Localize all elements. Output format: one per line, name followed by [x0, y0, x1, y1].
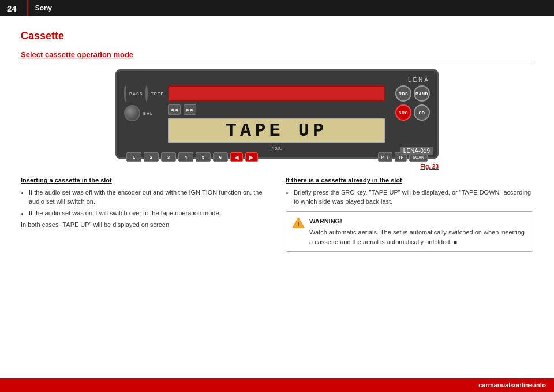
cassette-slot — [168, 85, 385, 102]
warning-text: Watch automatic aerials. The set is auto… — [309, 227, 527, 247]
left-col-item-2: If the audio set was on it will switch o… — [29, 208, 268, 218]
right-column: If there is a cassette already in the sl… — [286, 176, 533, 252]
treb-knob[interactable] — [145, 85, 148, 102]
preset-4[interactable]: 4 — [178, 152, 193, 162]
right-col-title: If there is a cassette already in the sl… — [286, 176, 533, 185]
page-number: 24 — [7, 3, 17, 13]
right-col-item-1: Briefly press the SRC key. "TAPE UP" wil… — [294, 188, 533, 207]
radio-brand: LENA — [124, 77, 430, 83]
transport-row: ◀◀ ▶▶ — [168, 104, 385, 115]
sub-title: Select cassette operation mode — [21, 50, 533, 61]
forward-button[interactable]: ▶▶ — [184, 104, 196, 115]
preset-3[interactable]: 3 — [161, 152, 176, 162]
fig-line: Fig. 23 — [115, 163, 439, 170]
knob-row-top: BASS TREB — [124, 85, 163, 102]
svg-text:!: ! — [297, 221, 299, 226]
bottom-bar: carmanualsonline.info — [0, 378, 554, 392]
next-arrow-button[interactable]: ▶ — [245, 152, 258, 162]
left-knobs: BASS TREB BAL — [124, 85, 163, 150]
left-col-list: If the audio set was off with the encode… — [21, 188, 268, 218]
band-button[interactable]: BAND — [414, 85, 430, 102]
lcd-text: TAPE UP — [226, 120, 327, 141]
warning-icon: ! — [292, 216, 305, 229]
bal-label: BAL — [143, 111, 153, 115]
bass-label: BASS — [129, 92, 143, 96]
left-col-item-1: If the audio set was off with the encode… — [29, 188, 268, 207]
radio-unit: LENA BASS TREB BAL — [115, 69, 439, 159]
pty-button[interactable]: PTY — [378, 152, 393, 162]
knob-row-bot: BAL — [124, 105, 163, 121]
right-bot-row: SRC CD — [395, 104, 430, 121]
left-col-footer: In both cases "TAPE UP" will be displaye… — [21, 220, 268, 230]
watermark-text: carmanualsonline.info — [478, 382, 546, 389]
prev-arrow-button[interactable]: ◀ — [230, 152, 243, 162]
bass-knob[interactable] — [124, 85, 126, 102]
section-label: Sony — [35, 4, 52, 12]
radio-image-wrapper: LENA BASS TREB BAL — [115, 69, 439, 159]
lcd-display: TAPE UP — [168, 118, 385, 143]
top-bar: 24 Sony — [0, 0, 554, 16]
section-title: Cassette — [21, 30, 533, 42]
preset-6[interactable]: 6 — [213, 152, 228, 162]
warning-content: WARNING! Watch automatic aerials. The se… — [309, 216, 527, 247]
center-display: ◀◀ ▶▶ TAPE UP PROG — [168, 85, 385, 150]
preset-row: 1 2 3 4 5 6 ◀ ▶ PTY TP SCAN — [124, 152, 430, 162]
cd-button[interactable]: CD — [414, 104, 430, 121]
left-column: Inserting a cassette in the slot If the … — [21, 176, 268, 252]
radio-middle: BASS TREB BAL ◀◀ ▶▶ — [124, 85, 430, 150]
right-col-list: Briefly press the SRC key. "TAPE UP" wil… — [286, 188, 533, 207]
top-bar-divider — [27, 0, 28, 16]
preset-2[interactable]: 2 — [144, 152, 159, 162]
rds-button[interactable]: RDS — [395, 85, 411, 102]
rewind-button[interactable]: ◀◀ — [168, 104, 181, 115]
preset-5[interactable]: 5 — [196, 152, 211, 162]
left-col-title: Inserting a cassette in the slot — [21, 176, 268, 185]
treb-label: TREB — [151, 92, 164, 96]
fig-ref: Fig. 23 — [420, 163, 439, 170]
right-buttons: RDS BAND SRC CD — [390, 85, 430, 150]
main-content: Cassette Select cassette operation mode … — [0, 16, 554, 259]
text-columns: Inserting a cassette in the slot If the … — [21, 176, 533, 252]
right-top-row: RDS BAND — [395, 85, 430, 102]
prog-label: PROG — [168, 146, 385, 150]
bal-knob[interactable] — [124, 105, 140, 121]
src-button[interactable]: SRC — [395, 104, 411, 121]
warning-title: WARNING! — [309, 216, 527, 226]
fig-label: LENA-019 — [400, 147, 433, 155]
preset-1[interactable]: 1 — [126, 152, 141, 162]
warning-box: ! WARNING! Watch automatic aerials. The … — [286, 211, 533, 252]
